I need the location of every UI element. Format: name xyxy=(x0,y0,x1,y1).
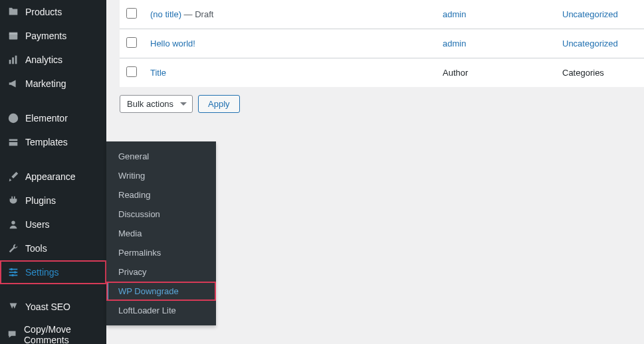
post-author-link[interactable]: admin xyxy=(443,9,466,19)
sidebar-item-analytics[interactable]: Analytics xyxy=(0,48,106,72)
sidebar-item-settings[interactable]: Settings xyxy=(0,260,106,284)
submenu-item-reading[interactable]: Reading xyxy=(106,185,216,205)
svg-rect-2 xyxy=(9,60,11,64)
svg-point-12 xyxy=(11,274,14,277)
post-category-link[interactable]: Uncategorized xyxy=(562,39,618,48)
sidebar-item-label: Payments xyxy=(25,31,66,41)
sidebar-item-payments[interactable]: Payments xyxy=(0,24,106,48)
table-row: (no title) — Draft admin Uncategorized xyxy=(120,0,644,29)
yoast-icon xyxy=(7,300,20,313)
comments-icon xyxy=(7,328,19,341)
submenu-item-general[interactable]: General xyxy=(106,147,216,166)
sidebar-item-label: Analytics xyxy=(25,54,62,65)
select-all-checkbox[interactable] xyxy=(126,66,137,77)
post-author-link[interactable]: admin xyxy=(443,39,466,48)
bulk-actions-row: Bulk actions Apply xyxy=(120,95,644,113)
settings-submenu: General Writing Reading Discussion Media… xyxy=(106,141,216,325)
post-category-link[interactable]: Uncategorized xyxy=(562,9,618,19)
table-row: Hello world! admin Uncategorized xyxy=(120,29,644,58)
column-author: Author xyxy=(436,58,556,88)
svg-rect-4 xyxy=(15,56,17,64)
svg-rect-1 xyxy=(9,33,18,35)
svg-point-6 xyxy=(11,221,15,224)
sidebar-item-label: Marketing xyxy=(25,78,66,89)
sidebar-item-yoast-seo[interactable]: Yoast SEO xyxy=(0,295,106,319)
sidebar-item-copy-move-comments[interactable]: Copy/Move Comments xyxy=(0,319,106,344)
templates-icon xyxy=(7,135,20,149)
plugin-icon xyxy=(7,194,20,207)
wrench-icon xyxy=(7,242,20,255)
svg-point-5 xyxy=(9,114,18,123)
table-footer: Title Author Categories xyxy=(120,58,644,88)
svg-point-11 xyxy=(14,271,17,274)
sidebar-item-label: Settings xyxy=(25,267,59,278)
sidebar-item-products[interactable]: Products xyxy=(0,0,106,24)
products-icon xyxy=(7,5,20,19)
sidebar-item-label: Yoast SEO xyxy=(25,301,70,312)
post-title-link[interactable]: Hello world! xyxy=(150,39,195,48)
users-icon xyxy=(7,218,20,231)
sidebar-item-label: Tools xyxy=(25,243,47,254)
sidebar-item-label: Appearance xyxy=(25,171,76,182)
bulk-actions-label: Bulk actions xyxy=(127,99,173,109)
sidebar-item-label: Copy/Move Comments xyxy=(24,324,101,344)
sidebar-item-label: Elementor xyxy=(25,113,68,124)
row-checkbox[interactable] xyxy=(126,37,137,48)
payments-icon xyxy=(7,29,20,43)
sidebar-item-label: Plugins xyxy=(25,195,56,206)
megaphone-icon xyxy=(7,77,20,90)
sidebar-item-plugins[interactable]: Plugins xyxy=(0,189,106,213)
submenu-item-discussion[interactable]: Discussion xyxy=(106,205,216,224)
column-categories: Categories xyxy=(556,58,644,88)
post-status: — Draft xyxy=(181,9,213,19)
sidebar-item-users[interactable]: Users xyxy=(0,213,106,236)
bulk-actions-select[interactable]: Bulk actions xyxy=(120,95,193,113)
sidebar-item-templates[interactable]: Templates xyxy=(0,130,106,154)
elementor-icon xyxy=(7,112,20,125)
submenu-item-writing[interactable]: Writing xyxy=(106,166,216,185)
sidebar-item-elementor[interactable]: Elementor xyxy=(0,106,106,130)
submenu-item-permalinks[interactable]: Permalinks xyxy=(106,243,216,262)
sidebar-item-tools[interactable]: Tools xyxy=(0,236,106,260)
apply-button[interactable]: Apply xyxy=(198,95,240,113)
svg-rect-3 xyxy=(12,57,14,64)
svg-rect-0 xyxy=(9,33,18,39)
admin-sidebar: Products Payments Analytics Marketing El… xyxy=(0,0,106,344)
analytics-icon xyxy=(7,53,20,66)
brush-icon xyxy=(7,170,20,183)
submenu-item-wp-downgrade[interactable]: WP Downgrade xyxy=(106,282,216,301)
sidebar-item-marketing[interactable]: Marketing xyxy=(0,72,106,96)
column-title[interactable]: Title xyxy=(150,68,166,78)
svg-point-10 xyxy=(11,268,13,271)
sliders-icon xyxy=(7,266,20,279)
submenu-item-loftloader-lite[interactable]: LoftLoader Lite xyxy=(106,301,216,320)
submenu-item-privacy[interactable]: Privacy xyxy=(106,262,216,282)
submenu-item-media[interactable]: Media xyxy=(106,224,216,243)
post-title-link[interactable]: (no title) xyxy=(150,9,181,19)
row-checkbox[interactable] xyxy=(126,8,137,19)
sidebar-item-label: Users xyxy=(25,219,50,230)
sidebar-item-label: Templates xyxy=(25,137,68,147)
sidebar-item-appearance[interactable]: Appearance xyxy=(0,165,106,189)
sidebar-item-label: Products xyxy=(25,7,62,17)
posts-table: (no title) — Draft admin Uncategorized H… xyxy=(120,0,644,87)
